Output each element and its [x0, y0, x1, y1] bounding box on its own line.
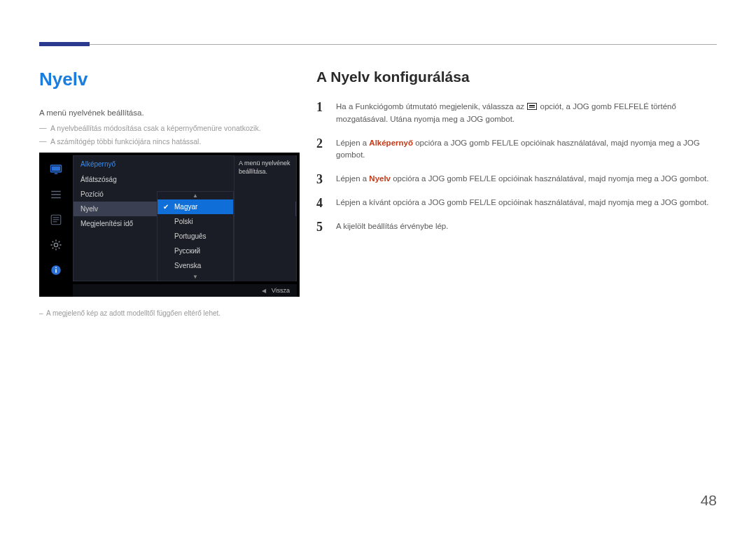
- svg-rect-7: [53, 217, 59, 218]
- step-5: 5 A kijelölt beállítás érvénybe lép.: [316, 220, 717, 233]
- svg-rect-2: [55, 173, 58, 174]
- osd-footnote: A megjelenő kép az adott modelltől függő…: [39, 309, 298, 317]
- step-text: Lépjen a kívánt opcióra a JOG gomb FEL/L…: [336, 197, 708, 209]
- step-text: Lépjen a Alképernyő opcióra a JOG gomb F…: [336, 137, 717, 162]
- triangle-left-icon: ◀: [262, 288, 266, 294]
- right-column: A Nyelv konfigurálása 1 Ha a Funkciógomb…: [316, 69, 717, 244]
- note-2: A számítógép többi funkciójára nincs hat…: [39, 137, 298, 146]
- osd-footer: ◀ Vissza: [73, 284, 297, 297]
- header-accent: [39, 42, 90, 46]
- section-title: Nyelv: [39, 69, 298, 90]
- svg-point-10: [54, 243, 57, 246]
- svg-rect-4: [51, 194, 61, 195]
- left-column: Nyelv A menü nyelvének beállítása. A nye…: [39, 69, 298, 317]
- chevron-down-icon: ▼: [158, 273, 233, 281]
- dropdown-item-label: Português: [174, 232, 206, 240]
- osd-sidebar: [46, 160, 70, 280]
- osd-dropdown: ▲ ✔ Magyar Polski Português Русский Sven…: [157, 191, 234, 281]
- svg-rect-8: [53, 219, 59, 220]
- back-label: Vissza: [272, 287, 290, 294]
- menu-glyph-icon: [527, 103, 537, 110]
- step-number: 3: [316, 173, 326, 185]
- step-1: 1 Ha a Funkciógomb útmutató megjelenik, …: [316, 101, 717, 126]
- dropdown-item-label: Polski: [174, 218, 193, 225]
- osd-row-label: Megjelenítési idő: [80, 220, 133, 227]
- step-number: 5: [316, 220, 326, 233]
- chevron-up-icon: ▲: [158, 192, 233, 199]
- osd-row-label: Átlátszóság: [80, 176, 117, 183]
- osd-info-panel: A menü nyelvének beállítása.: [234, 155, 295, 281]
- step-text: Lépjen a Nyelv opcióra a JOG gomb FEL/LE…: [336, 173, 709, 185]
- step-number: 2: [316, 137, 326, 162]
- instructions-title: A Nyelv konfigurálása: [316, 69, 717, 85]
- step-text: Ha a Funkciógomb útmutató megjelenik, vá…: [336, 101, 717, 126]
- svg-rect-13: [55, 267, 57, 269]
- dropdown-item: Svenska: [158, 258, 233, 273]
- page-number: 48: [701, 492, 717, 509]
- osd-screenshot: Alképernyő Átlátszóság Be Pozíció Nyelv …: [39, 153, 300, 297]
- gear-icon: [46, 235, 66, 255]
- dropdown-item-label: Svenska: [174, 262, 201, 269]
- section-desc: A menü nyelvének beállítása.: [39, 108, 298, 117]
- step-3: 3 Lépjen a Nyelv opcióra a JOG gomb FEL/…: [316, 173, 717, 185]
- dropdown-item: Português: [158, 229, 233, 244]
- svg-rect-12: [55, 269, 57, 273]
- svg-rect-5: [51, 197, 61, 199]
- menu-icon: [46, 185, 66, 204]
- osd-row-label: Nyelv: [80, 205, 98, 213]
- header-rule: [39, 44, 717, 45]
- check-icon: ✔: [163, 203, 170, 211]
- list-icon: [46, 210, 66, 230]
- monitor-icon: [46, 160, 66, 179]
- svg-rect-1: [52, 167, 60, 171]
- dropdown-item-label: Русский: [174, 247, 200, 255]
- dropdown-item: Polski: [158, 214, 233, 229]
- step-text: A kijelölt beállítás érvénybe lép.: [336, 220, 448, 233]
- note-1: A nyelvbeállítás módosítása csak a képer…: [39, 124, 298, 132]
- dropdown-item-selected: ✔ Magyar: [158, 199, 233, 214]
- osd-row-label: Pozíció: [80, 190, 104, 198]
- step-number: 4: [316, 197, 326, 209]
- step-4: 4 Lépjen a kívánt opcióra a JOG gomb FEL…: [316, 197, 717, 209]
- step-2: 2 Lépjen a Alképernyő opcióra a JOG gomb…: [316, 137, 717, 162]
- svg-rect-9: [53, 221, 57, 222]
- dropdown-item-label: Magyar: [174, 203, 197, 211]
- step-number: 1: [316, 101, 326, 126]
- svg-rect-3: [51, 191, 61, 192]
- steps-list: 1 Ha a Funkciógomb útmutató megjelenik, …: [316, 101, 717, 233]
- info-icon: [46, 260, 66, 280]
- dropdown-item: Русский: [158, 244, 233, 258]
